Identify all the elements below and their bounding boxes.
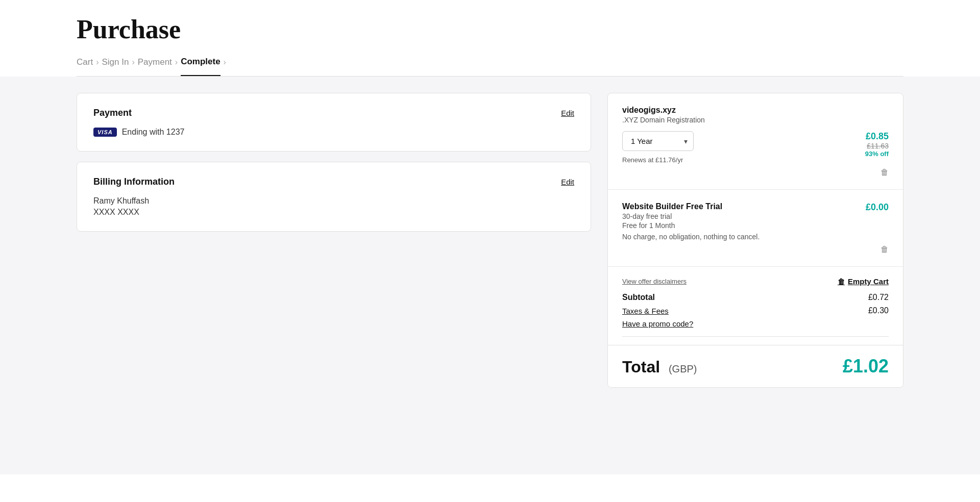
right-column: videogigs.xyz .XYZ Domain Registration 1… — [607, 93, 903, 458]
domain-price-original: £11.63 — [865, 142, 889, 150]
payment-card: Payment Edit VISA Ending with 1237 — [77, 93, 591, 152]
order-card: videogigs.xyz .XYZ Domain Registration 1… — [607, 93, 903, 388]
breadcrumb: Cart › Sign In › Payment › Complete › — [77, 57, 903, 76]
taxes-value: £0.30 — [868, 306, 889, 315]
breadcrumb-label-payment[interactable]: Payment — [138, 57, 172, 76]
empty-cart-button[interactable]: 🗑 Empty Cart — [838, 277, 889, 286]
domain-name: videogigs.xyz — [622, 106, 889, 115]
subtotal-row: Subtotal £0.72 — [622, 293, 889, 302]
trial-name: Website Builder Free Trial — [622, 202, 760, 211]
trial-price: £0.00 — [866, 202, 889, 213]
trash-icon: 🗑 — [838, 278, 845, 286]
summary-divider — [622, 336, 889, 337]
trial-free-text: Free for 1 Month — [622, 221, 760, 230]
domain-price-current: £0.85 — [865, 131, 889, 142]
taxes-row: Taxes & Fees £0.30 — [622, 306, 889, 315]
billing-address: XXXX XXXX — [93, 208, 574, 217]
trial-delete-button[interactable]: 🗑 — [622, 245, 889, 254]
page-title: Purchase — [77, 14, 903, 44]
left-column: Payment Edit VISA Ending with 1237 Billi… — [77, 93, 591, 458]
payment-info: VISA Ending with 1237 — [93, 128, 574, 137]
total-label: Total (GBP) — [622, 358, 697, 376]
domain-product-row: 1 Year 2 Years 3 Years 5 Years ▾ Renews … — [622, 131, 889, 164]
visa-badge: VISA — [93, 128, 117, 137]
payment-card-header: Payment Edit — [93, 108, 574, 118]
breadcrumb-item-cart[interactable]: Cart — [77, 57, 93, 76]
summary-links-row: View offer disclaimers 🗑 Empty Cart — [622, 277, 889, 286]
breadcrumb-item-signin[interactable]: Sign In — [102, 57, 129, 76]
breadcrumb-separator-3: › — [175, 58, 178, 75]
content-area: Payment Edit VISA Ending with 1237 Billi… — [0, 77, 980, 474]
breadcrumb-separator-2: › — [132, 58, 134, 75]
total-currency: (GBP) — [669, 363, 697, 374]
renews-text: Renews at £11.76/yr — [622, 156, 694, 164]
billing-edit-button[interactable]: Edit — [561, 178, 574, 186]
empty-cart-label: Empty Cart — [848, 277, 889, 286]
total-row: Total (GBP) £1.02 — [622, 356, 889, 377]
promo-row: Have a promo code? — [622, 319, 889, 328]
trial-note: No charge, no obligation, nothing to can… — [622, 233, 760, 241]
subtotal-label: Subtotal — [622, 293, 655, 302]
domain-delete-button[interactable]: 🗑 — [622, 168, 889, 177]
breadcrumb-item-payment[interactable]: Payment — [138, 57, 172, 76]
duration-select[interactable]: 1 Year 2 Years 3 Years 5 Years — [622, 131, 694, 151]
free-trial-section: Website Builder Free Trial 30-day free t… — [608, 190, 903, 267]
trial-info: Website Builder Free Trial 30-day free t… — [622, 202, 760, 241]
breadcrumb-separator-4: › — [224, 58, 226, 75]
payment-card-title: Payment — [93, 108, 132, 118]
breadcrumb-separator-1: › — [96, 58, 99, 75]
breadcrumb-label-cart[interactable]: Cart — [77, 57, 93, 76]
subtotal-value: £0.72 — [868, 293, 889, 302]
payment-ending-text: Ending with 1237 — [122, 128, 185, 137]
breadcrumb-label-complete[interactable]: Complete — [181, 57, 220, 76]
breadcrumb-label-signin[interactable]: Sign In — [102, 57, 129, 76]
duration-select-wrapper[interactable]: 1 Year 2 Years 3 Years 5 Years ▾ — [622, 131, 694, 151]
billing-card-title: Billing Information — [93, 177, 175, 187]
breadcrumb-item-complete[interactable]: Complete — [181, 57, 220, 76]
trial-header-row: Website Builder Free Trial 30-day free t… — [622, 202, 889, 241]
offer-disclaimers-link[interactable]: View offer disclaimers — [622, 278, 687, 285]
billing-card: Billing Information Edit Ramy Khuffash X… — [77, 162, 591, 232]
total-section: Total (GBP) £1.02 — [608, 345, 903, 387]
domain-price-block: £0.85 £11.63 93% off — [865, 131, 889, 158]
summary-section: View offer disclaimers 🗑 Empty Cart Subt… — [608, 267, 903, 337]
promo-link[interactable]: Have a promo code? — [622, 319, 693, 328]
taxes-link[interactable]: Taxes & Fees — [622, 307, 669, 315]
domain-price-discount: 93% off — [865, 150, 889, 158]
billing-name: Ramy Khuffash — [93, 196, 574, 206]
domain-subtitle: .XYZ Domain Registration — [622, 116, 889, 124]
domain-section: videogigs.xyz .XYZ Domain Registration 1… — [608, 93, 903, 190]
billing-card-header: Billing Information Edit — [93, 177, 574, 187]
payment-edit-button[interactable]: Edit — [561, 109, 574, 117]
total-value: £1.02 — [843, 356, 889, 377]
trial-subtitle: 30-day free trial — [622, 212, 760, 220]
